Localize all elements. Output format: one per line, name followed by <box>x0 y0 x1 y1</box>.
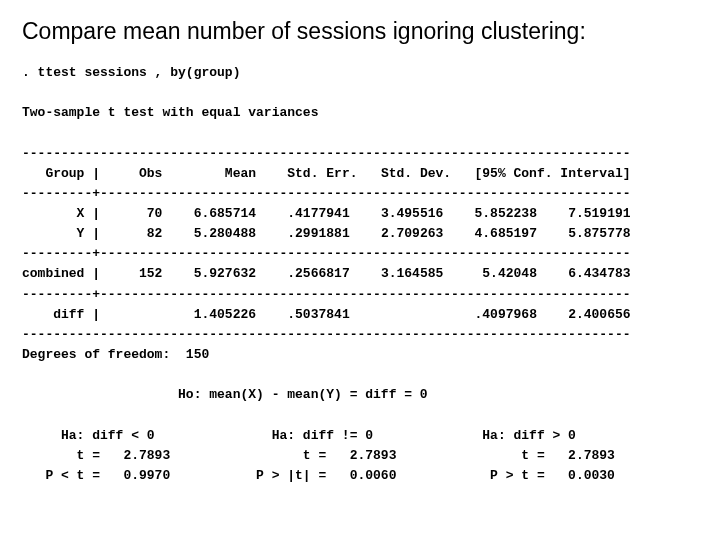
ha-gt: Ha: diff > 0 <box>373 428 576 443</box>
row-x-sd: 3.495516 <box>350 206 444 221</box>
row-c-hi: 6.434783 <box>537 266 631 281</box>
row-c-obs: 152 <box>100 266 162 281</box>
hr-bottom: ----------------------------------------… <box>22 327 631 342</box>
col-ci: [95% Conf. Interval] <box>451 166 630 181</box>
hr-sep3: ---------+------------------------------… <box>22 287 631 302</box>
row-c-se: .2566817 <box>256 266 350 281</box>
command-line: . ttest sessions , by(group) <box>22 65 240 80</box>
ha-ne: Ha: diff != 0 <box>155 428 373 443</box>
row-d-lo: .4097968 <box>443 307 537 322</box>
row-y-obs: 82 <box>100 226 162 241</box>
row-c-label: combined | <box>22 266 100 281</box>
col-group: Group | <box>22 166 100 181</box>
test-subtitle: Two-sample t test with equal variances <box>22 105 318 120</box>
row-d-obs <box>100 307 162 322</box>
hr-sep2: ---------+------------------------------… <box>22 246 631 261</box>
row-y-sd: 2.709263 <box>350 226 444 241</box>
row-y-hi: 5.875778 <box>537 226 631 241</box>
row-d-mean: 1.405226 <box>162 307 256 322</box>
p-lt: P < t = 0.9970 <box>22 468 170 483</box>
col-obs: Obs <box>100 166 162 181</box>
row-d-hi: 2.400656 <box>537 307 631 322</box>
p-gt: P > t = 0.0030 <box>396 468 614 483</box>
row-c-sd: 3.164585 <box>350 266 444 281</box>
row-c-lo: 5.42048 <box>443 266 537 281</box>
row-y-label: Y | <box>22 226 100 241</box>
p-ne: P > |t| = 0.0060 <box>170 468 396 483</box>
row-d-sd <box>350 307 444 322</box>
row-x-hi: 7.519191 <box>537 206 631 221</box>
row-x-lo: 5.852238 <box>443 206 537 221</box>
row-x-mean: 6.685714 <box>162 206 256 221</box>
hr-top: ----------------------------------------… <box>22 146 631 161</box>
t-lt: t = 2.7893 <box>22 448 170 463</box>
col-sd: Std. Dev. <box>357 166 451 181</box>
row-x-obs: 70 <box>100 206 162 221</box>
row-c-mean: 5.927632 <box>162 266 256 281</box>
row-y-mean: 5.280488 <box>162 226 256 241</box>
page-title: Compare mean number of sessions ignoring… <box>22 18 698 45</box>
col-se: Std. Err. <box>256 166 357 181</box>
row-d-label: diff | <box>22 307 100 322</box>
col-mean: Mean <box>162 166 256 181</box>
row-d-se: .5037841 <box>256 307 350 322</box>
row-y-lo: 4.685197 <box>443 226 537 241</box>
row-x-se: .4177941 <box>256 206 350 221</box>
row-x-label: X | <box>22 206 100 221</box>
ha-lt: Ha: diff < 0 <box>22 428 155 443</box>
t-gt: t = 2.7893 <box>396 448 614 463</box>
row-y-se: .2991881 <box>256 226 350 241</box>
null-hypothesis: Ho: mean(X) - mean(Y) = diff = 0 <box>22 387 428 402</box>
t-ne: t = 2.7893 <box>170 448 396 463</box>
hr-sep: ---------+------------------------------… <box>22 186 631 201</box>
degrees-of-freedom: Degrees of freedom: 150 <box>22 347 209 362</box>
stata-output: . ttest sessions , by(group) Two-sample … <box>22 63 698 486</box>
